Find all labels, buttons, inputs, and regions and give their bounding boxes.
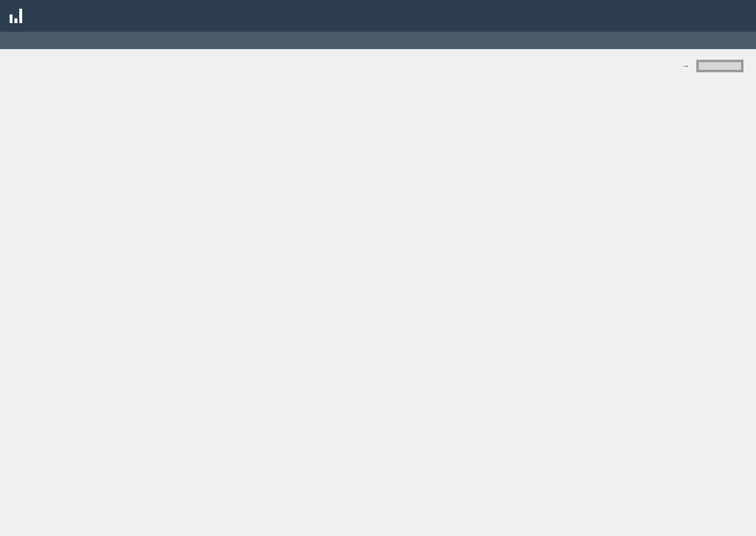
arrow-right-icon: → [681,61,690,71]
top-bar [0,0,756,32]
sub-nav [0,32,756,49]
brand-logo [10,9,28,23]
logo-bars-icon [10,9,22,23]
refresh-button[interactable] [696,60,743,72]
